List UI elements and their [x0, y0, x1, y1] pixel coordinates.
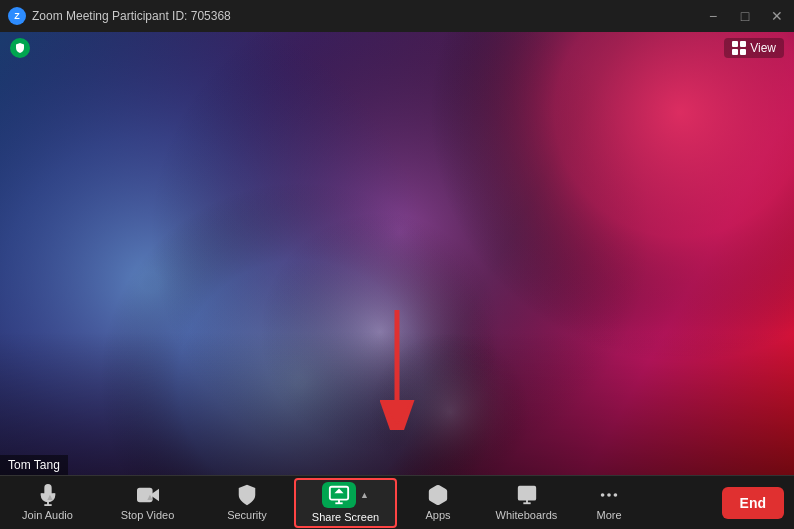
join-audio-label: Join Audio	[22, 509, 73, 521]
maximize-button[interactable]: □	[736, 7, 754, 25]
svg-point-19	[607, 493, 611, 497]
apps-icon	[427, 484, 449, 506]
toolbar: ▲ Join Audio ▲ Stop Video Security	[0, 475, 794, 529]
view-button[interactable]: View	[724, 38, 784, 58]
security-icon	[236, 484, 258, 506]
title-bar-controls: − □ ✕	[704, 7, 786, 25]
stop-video-button[interactable]: ▲ Stop Video	[95, 476, 200, 530]
svg-point-20	[614, 493, 618, 497]
svg-rect-3	[740, 49, 746, 55]
join-audio-button[interactable]: ▲ Join Audio	[0, 476, 95, 530]
svg-rect-0	[732, 41, 738, 47]
svg-rect-1	[740, 41, 746, 47]
video-area	[0, 32, 794, 475]
security-button[interactable]: Security	[200, 476, 294, 530]
shield-icon	[10, 38, 30, 58]
share-screen-chevron[interactable]: ▲	[360, 490, 369, 500]
security-label: Security	[227, 509, 267, 521]
apps-button[interactable]: Apps	[397, 476, 479, 530]
share-screen-label: Share Screen	[312, 511, 379, 523]
apps-label: Apps	[425, 509, 450, 521]
title-text: Zoom Meeting Participant ID: 705368	[32, 9, 231, 23]
participant-name-label: Tom Tang	[0, 455, 68, 475]
more-button[interactable]: More	[574, 476, 644, 530]
stop-video-label: Stop Video	[121, 509, 175, 521]
video-chevron[interactable]: ▲	[146, 492, 155, 502]
whiteboards-label: Whiteboards	[496, 509, 558, 521]
whiteboards-icon	[516, 484, 538, 506]
svg-rect-2	[732, 49, 738, 55]
security-shield-badge	[10, 38, 30, 58]
audio-chevron[interactable]: ▲	[46, 492, 55, 502]
background-canvas	[0, 32, 794, 475]
more-label: More	[596, 509, 621, 521]
share-screen-button[interactable]: ▲ Share Screen	[294, 478, 397, 528]
title-bar-left: Z Zoom Meeting Participant ID: 705368	[8, 7, 231, 25]
close-button[interactable]: ✕	[768, 7, 786, 25]
zoom-logo: Z	[8, 7, 26, 25]
more-icon	[598, 484, 620, 506]
svg-rect-15	[518, 487, 535, 500]
whiteboards-button[interactable]: Whiteboards	[479, 476, 574, 530]
title-bar: Z Zoom Meeting Participant ID: 705368 − …	[0, 0, 794, 32]
svg-marker-14	[334, 489, 343, 494]
share-screen-icon	[322, 482, 356, 508]
view-label: View	[750, 41, 776, 55]
minimize-button[interactable]: −	[704, 7, 722, 25]
end-button[interactable]: End	[722, 487, 784, 519]
svg-point-18	[601, 493, 605, 497]
